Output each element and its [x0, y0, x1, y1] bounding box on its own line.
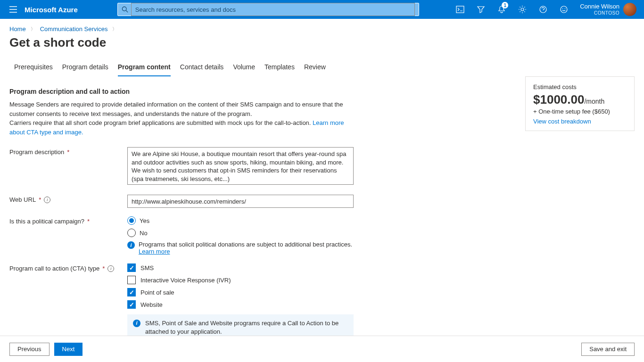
- header-icon-group: 1: [450, 0, 574, 19]
- cloud-shell-icon: [456, 6, 464, 13]
- section-intro: Message Senders are required to provide …: [9, 100, 358, 137]
- search-input[interactable]: [131, 3, 415, 16]
- cost-amount: $1000.00/month: [533, 92, 627, 107]
- cloud-shell-button[interactable]: [450, 0, 471, 19]
- global-search[interactable]: [117, 3, 419, 16]
- radio-icon: [127, 216, 136, 225]
- info-icon: i: [127, 241, 135, 249]
- avatar: [623, 3, 636, 16]
- radio-label: No: [140, 230, 148, 237]
- tab-prerequisites[interactable]: Prerequisites: [14, 58, 53, 76]
- chevron-right-icon: 〉: [31, 26, 35, 33]
- settings-button[interactable]: [512, 0, 533, 19]
- estimated-costs-card: Estimated costs $1000.00/month + One-tim…: [525, 76, 635, 131]
- tab-templates[interactable]: Templates: [264, 58, 295, 76]
- next-button[interactable]: Next: [54, 343, 83, 356]
- previous-button[interactable]: Previous: [9, 343, 50, 356]
- cta-label: Program call to action (CTA) type: [9, 265, 99, 272]
- tab-review[interactable]: Review: [304, 58, 326, 76]
- breadcrumb-comm-services[interactable]: Communication Services: [40, 25, 108, 33]
- checkbox-icon: [127, 288, 136, 296]
- checkbox-icon: [127, 276, 136, 284]
- checkbox-icon: [127, 300, 136, 309]
- radio-icon: [127, 229, 136, 237]
- feedback-button[interactable]: [553, 0, 574, 19]
- filter-icon: [477, 6, 485, 13]
- tab-program-content[interactable]: Program content: [118, 58, 171, 76]
- info-icon: i: [133, 320, 140, 327]
- cta-info-text: SMS, Point of Sale and Website programs …: [145, 319, 348, 336]
- checkbox-label: Interactive Voice Response (IVR): [140, 277, 231, 284]
- political-learn-more-link[interactable]: Learn more: [139, 248, 170, 255]
- info-icon[interactable]: i: [44, 197, 50, 203]
- desc-label: Program description: [9, 148, 64, 156]
- svg-point-6: [565, 8, 566, 9]
- breadcrumb-home[interactable]: Home: [9, 25, 26, 33]
- svg-point-5: [562, 8, 563, 9]
- political-no-radio[interactable]: No: [127, 229, 358, 237]
- help-icon: [539, 6, 547, 13]
- account-name: Connie Wilson: [580, 3, 619, 10]
- chevron-right-icon: 〉: [112, 26, 117, 33]
- svg-point-4: [561, 6, 567, 13]
- cta-website-checkbox[interactable]: Website: [127, 300, 358, 309]
- save-and-exit-button[interactable]: Save and exit: [581, 343, 635, 356]
- help-button[interactable]: [533, 0, 553, 19]
- search-icon: [122, 6, 128, 13]
- breadcrumb: Home 〉 Communication Services 〉: [0, 19, 644, 33]
- radio-label: Yes: [140, 217, 149, 224]
- political-label: Is this a political campaign?: [9, 218, 84, 225]
- info-icon[interactable]: i: [107, 265, 114, 272]
- brand-label: Microsoft Azure: [25, 6, 78, 14]
- hamburger-menu-button[interactable]: [4, 0, 23, 19]
- tab-strip: Prerequisites Program details Program co…: [0, 58, 644, 76]
- political-yes-radio[interactable]: Yes: [127, 216, 358, 225]
- url-label: Web URL: [9, 196, 36, 203]
- account-menu[interactable]: Connie Wilson CONTOSO: [574, 3, 640, 16]
- notifications-button[interactable]: 1: [491, 0, 512, 19]
- political-info: i Programs that solicit political donati…: [127, 241, 358, 255]
- checkbox-label: SMS: [140, 264, 154, 272]
- page-title: Get a short code: [0, 33, 644, 58]
- cost-setup-fee: + One-time setup fee ($650): [533, 108, 627, 115]
- program-description-input[interactable]: [127, 147, 354, 185]
- notification-badge: 1: [502, 2, 508, 8]
- checkbox-label: Website: [140, 301, 163, 308]
- web-url-input[interactable]: [127, 195, 354, 208]
- svg-point-2: [521, 8, 524, 11]
- svg-point-0: [122, 7, 126, 11]
- directory-filter-button[interactable]: [471, 0, 491, 19]
- cta-pos-checkbox[interactable]: Point of sale: [127, 288, 358, 296]
- wizard-footer: Previous Next Save and exit: [0, 336, 644, 362]
- cta-ivr-checkbox[interactable]: Interactive Voice Response (IVR): [127, 276, 358, 284]
- checkbox-label: Point of sale: [140, 289, 174, 296]
- checkbox-icon: [127, 263, 136, 272]
- tab-program-details[interactable]: Program details: [62, 58, 108, 76]
- tab-volume[interactable]: Volume: [233, 58, 255, 76]
- cost-label: Estimated costs: [533, 83, 627, 90]
- cta-sms-checkbox[interactable]: SMS: [127, 263, 358, 272]
- tab-contact-details[interactable]: Contact details: [180, 58, 224, 76]
- azure-header: Microsoft Azure 1 Connie Wilson C: [0, 0, 644, 19]
- account-tenant: CONTOSO: [580, 10, 619, 16]
- gear-icon: [518, 5, 527, 14]
- feedback-icon: [560, 6, 568, 13]
- view-cost-breakdown-link[interactable]: View cost breakdown: [533, 118, 591, 125]
- svg-rect-1: [456, 6, 464, 13]
